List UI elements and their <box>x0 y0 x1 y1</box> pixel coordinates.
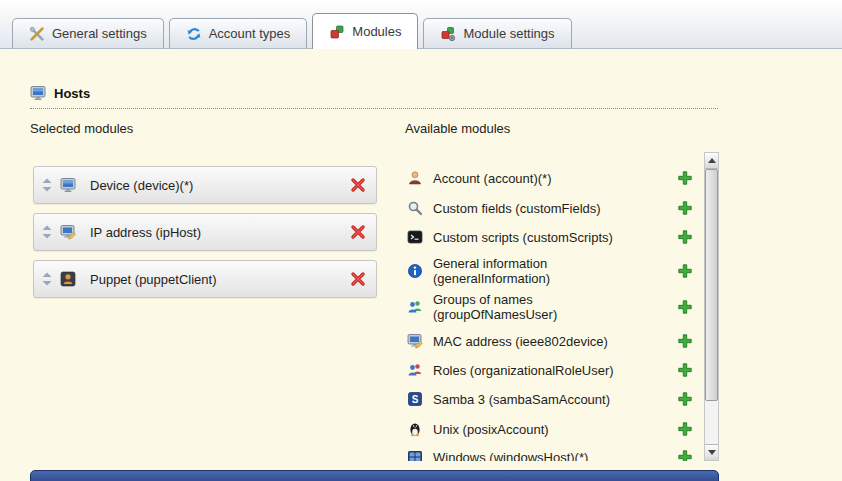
add-module-button[interactable] <box>677 299 693 315</box>
computer-icon <box>30 85 46 101</box>
plus-icon <box>677 453 693 461</box>
svg-text:S: S <box>412 394 419 405</box>
tab-modules[interactable]: Modules <box>312 13 418 49</box>
module-label: IP address (ipHost) <box>90 225 201 240</box>
section-title: Hosts <box>54 86 90 101</box>
add-module-button[interactable] <box>677 449 693 461</box>
add-module-button[interactable] <box>677 229 693 245</box>
puppet-icon <box>60 271 76 287</box>
tab-strip: General settings Account types <box>12 13 577 49</box>
mac-address-icon <box>407 333 423 349</box>
modules-icon <box>329 24 345 40</box>
module-label: General information (generalInformation) <box>433 256 645 286</box>
remove-icon <box>350 181 366 196</box>
lam-configuration-window: General settings Account types <box>0 0 842 481</box>
available-module-row: Groups of names (groupOfNamesUser) <box>407 292 701 322</box>
drag-handle-icon[interactable] <box>42 272 52 286</box>
remove-module-button[interactable] <box>350 271 366 287</box>
module-label: Groups of names (groupOfNamesUser) <box>433 292 645 322</box>
plus-icon <box>677 366 693 381</box>
remove-icon <box>350 228 366 243</box>
available-modules-panel: Account (account)(*) Custom fields (cust… <box>405 152 719 461</box>
module-label: Windows (windowsHost)(*) <box>433 450 645 462</box>
module-label: Unix (posixAccount) <box>433 422 645 437</box>
module-label: Custom fields (customFields) <box>433 201 645 216</box>
module-label: MAC address (ieee802device) <box>433 334 645 349</box>
samba-icon: S <box>407 391 423 407</box>
available-module-row: Roles (organizationalRoleUser) <box>407 362 701 378</box>
tab-module-settings[interactable]: Module settings <box>423 18 571 49</box>
magnifier-icon <box>407 200 423 216</box>
available-module-row: Windows (windowsHost)(*) <box>407 449 701 461</box>
scrollbar[interactable] <box>704 152 719 461</box>
tab-label: Module settings <box>463 26 554 41</box>
available-module-row: MAC address (ieee802device) <box>407 333 701 349</box>
available-module-row: S Samba 3 (sambaSamAccount) <box>407 391 701 407</box>
remove-module-button[interactable] <box>350 177 366 193</box>
available-module-row: Custom fields (customFields) <box>407 200 701 216</box>
plus-icon <box>677 303 693 318</box>
selected-module-row[interactable]: Device (device)(*) <box>33 166 377 204</box>
add-module-button[interactable] <box>677 263 693 279</box>
plus-icon <box>677 425 693 440</box>
windows-icon <box>407 449 423 461</box>
selected-module-row[interactable]: Puppet (puppetClient) <box>33 260 377 298</box>
arrow-up-icon <box>708 158 716 163</box>
remove-module-button[interactable] <box>350 224 366 240</box>
add-module-button[interactable] <box>677 333 693 349</box>
terminal-icon <box>407 229 423 245</box>
available-module-row: Custom scripts (customScripts) <box>407 229 701 245</box>
available-module-row: General information (generalInformation) <box>407 256 701 286</box>
sync-icon <box>186 26 202 42</box>
scroll-thumb[interactable] <box>705 169 718 401</box>
module-label: Samba 3 (sambaSamAccount) <box>433 392 645 407</box>
plus-icon <box>677 204 693 219</box>
roles-icon <box>407 362 423 378</box>
plus-icon <box>677 174 693 189</box>
scroll-up-button[interactable] <box>705 153 718 169</box>
tab-general-settings[interactable]: General settings <box>12 18 164 49</box>
scroll-down-button[interactable] <box>705 444 718 460</box>
tab-label: Account types <box>209 26 291 41</box>
module-label: Device (device)(*) <box>90 178 193 193</box>
add-module-button[interactable] <box>677 421 693 437</box>
unix-icon <box>407 421 423 437</box>
tab-bar: General settings Account types <box>0 0 842 49</box>
available-modules-heading: Available modules <box>405 121 510 136</box>
info-icon <box>407 263 423 279</box>
add-module-button[interactable] <box>677 391 693 407</box>
bottom-section-bar <box>30 470 719 481</box>
available-module-row: Account (account)(*) <box>407 170 701 186</box>
add-module-button[interactable] <box>677 170 693 186</box>
drag-handle-icon[interactable] <box>42 225 52 239</box>
module-label: Custom scripts (customScripts) <box>433 230 645 245</box>
available-module-row: Unix (posixAccount) <box>407 421 701 437</box>
module-label: Roles (organizationalRoleUser) <box>433 363 645 378</box>
account-icon <box>407 170 423 186</box>
module-settings-icon <box>440 26 456 42</box>
arrow-down-icon <box>708 450 716 455</box>
tab-label: Modules <box>352 24 401 39</box>
ip-address-icon <box>60 224 76 240</box>
add-module-button[interactable] <box>677 362 693 378</box>
group-icon <box>407 299 423 315</box>
hosts-section-header: Hosts <box>30 85 718 109</box>
plus-icon <box>677 233 693 248</box>
device-icon <box>60 177 76 193</box>
plus-icon <box>677 337 693 352</box>
tab-label: General settings <box>52 26 147 41</box>
selected-modules-heading: Selected modules <box>30 121 133 136</box>
tab-account-types[interactable]: Account types <box>169 18 308 49</box>
add-module-button[interactable] <box>677 200 693 216</box>
module-label: Puppet (puppetClient) <box>90 272 216 287</box>
tools-icon <box>29 26 45 42</box>
plus-icon <box>677 395 693 410</box>
module-label: Account (account)(*) <box>433 171 645 186</box>
plus-icon <box>677 267 693 282</box>
remove-icon <box>350 275 366 290</box>
selected-module-row[interactable]: IP address (ipHost) <box>33 213 377 251</box>
drag-handle-icon[interactable] <box>42 178 52 192</box>
